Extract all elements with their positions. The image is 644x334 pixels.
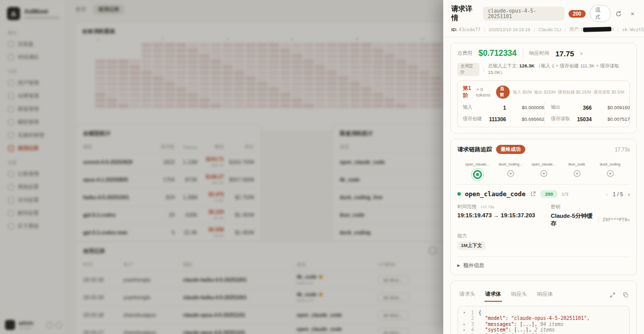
- heatmap-cell: [153, 70, 164, 75]
- heatmap-cell: [431, 81, 441, 86]
- heatmap-cell: [176, 98, 187, 103]
- table-cell: claude-opus-4-5-20251101: [183, 312, 297, 318]
- heatmap-cell: [292, 54, 302, 58]
- heatmap-cell: [188, 70, 198, 75]
- trace-node[interactable]: duck_coding: [597, 162, 623, 179]
- key-name: Claude-5分钟缓存: [551, 212, 594, 227]
- heatmap-cell: [165, 76, 175, 80]
- sidebar-user[interactable]: admin: [5, 320, 62, 330]
- heatmap-cell: [303, 104, 314, 108]
- table-row: 19:15:18yuanhongluclaude-haiku-4-5-20251…: [76, 288, 443, 306]
- heatmap-cell: [165, 59, 175, 64]
- close-icon[interactable]: ×: [629, 10, 636, 17]
- sidebar-item[interactable]: 令牌管理: [0, 90, 66, 103]
- tab-request-headers[interactable]: 请求头: [458, 288, 476, 302]
- sidebar-item[interactable]: 对话调试: [0, 51, 66, 64]
- sidebar-item[interactable]: 支付设置: [0, 194, 66, 207]
- collapse-triangle-icon: ▶: [457, 264, 460, 268]
- external-link-icon[interactable]: [529, 191, 536, 198]
- heatmap-cell: [419, 104, 430, 108]
- column-header: 单价: [224, 144, 254, 150]
- pager-prev-icon[interactable]: ‹: [606, 191, 608, 197]
- heatmap-cell: [303, 81, 314, 86]
- sidebar-item-label: 用户管理: [18, 79, 39, 87]
- trace-node[interactable]: open_claude...: [531, 162, 557, 179]
- api-key-chip[interactable]: sk-Wvz...: [378, 328, 409, 334]
- axis-tick-label: 6: [291, 37, 293, 41]
- fold-chevron-icon[interactable]: ▾: [462, 310, 467, 315]
- fold-chevron-icon[interactable]: ▸: [462, 321, 467, 327]
- tab-response-headers[interactable]: 响应头: [510, 288, 528, 302]
- trace-node[interactable]: duck_coding...: [498, 162, 524, 179]
- api-key-chip[interactable]: sk-Wvz...: [378, 275, 409, 285]
- trace-node[interactable]: open_claude...: [464, 162, 491, 179]
- table-cell: $243.71456.7K: [198, 156, 224, 168]
- heatmap-cell: [141, 76, 152, 80]
- sidebar-item[interactable]: 用户管理: [0, 76, 66, 90]
- code-line: ▾1{: [462, 310, 625, 315]
- tab-response-body[interactable]: 响应体: [536, 288, 554, 302]
- sidebar-item[interactable]: 邮件设置: [0, 207, 66, 220]
- heatmap-cell: [303, 93, 314, 97]
- fold-chevron-icon[interactable]: ▸: [462, 327, 467, 332]
- menu-item-icon: [8, 106, 14, 112]
- extra-info-toggle[interactable]: ▶ 额外信息: [457, 257, 630, 269]
- tab-request-body[interactable]: 请求体: [485, 288, 503, 302]
- heatmap-cell: [269, 70, 279, 75]
- sidebar-item[interactable]: 使用记录: [0, 142, 66, 155]
- pager-next-icon[interactable]: ›: [628, 191, 630, 197]
- refresh-icon[interactable]: [615, 10, 622, 17]
- sidebar-item[interactable]: 关于系统: [0, 220, 66, 233]
- expand-icon[interactable]: [609, 291, 616, 298]
- sidebar-item[interactable]: 渠道管理: [0, 103, 66, 116]
- table-cell: yuanhonglu: [123, 294, 183, 300]
- copy-icon[interactable]: [622, 291, 629, 298]
- sidebar-item[interactable]: 模型管理: [0, 116, 66, 129]
- heatmap-cell: [95, 81, 106, 86]
- logout-icon[interactable]: [56, 322, 62, 328]
- api-key-chip[interactable]: sk-Wvz...: [378, 310, 409, 320]
- heatmap-cell: [211, 87, 221, 92]
- heatmap-cell: [141, 81, 152, 86]
- heatmap-cell: [361, 48, 372, 53]
- heatmap-cell: [431, 98, 441, 103]
- brand: A AxMoor: [0, 0, 66, 25]
- redaction-scribble: [583, 27, 611, 32]
- breadcrumb-current[interactable]: 使用记录: [93, 5, 124, 15]
- sidebar-item[interactable]: 兑换码管理: [0, 129, 66, 142]
- heatmap-cell: [211, 81, 221, 86]
- table-row: haiku-4-5-202510018241.28M$3.47512.8K$2.…: [76, 188, 261, 206]
- heatmap-cell: [303, 54, 314, 58]
- heatmap-cell: [95, 93, 106, 97]
- theme-icon[interactable]: [46, 322, 53, 328]
- cell-value: $0.558: [198, 227, 224, 232]
- heatmap-cell: [95, 59, 106, 64]
- heatmap-cell: [303, 98, 314, 103]
- trace-node[interactable]: ikun_code: [564, 162, 590, 179]
- sidebar-section-header: 管理: [0, 64, 66, 76]
- heatmap-cell: [327, 87, 337, 92]
- heatmap-cell: [141, 70, 152, 75]
- trace-node-dot-icon: [576, 173, 578, 175]
- tier-name: 第1阶: [463, 85, 473, 99]
- heatmap-cell: [199, 59, 210, 64]
- key-masked-value: Z0F***PT0=: [603, 217, 630, 222]
- model-stats-card: 全模型统计模型请求数Tokens费用单价sonnet-4-5-202509291…: [75, 124, 262, 242]
- sidebar-item[interactable]: 公告管理: [0, 168, 66, 181]
- trace-node-label: open_claude...: [532, 162, 556, 166]
- heatmap-cell: [327, 104, 337, 108]
- heatmap-cell: [118, 104, 129, 108]
- sidebar-item[interactable]: 系统设置: [0, 181, 66, 194]
- cell-value: $148.27: [198, 174, 224, 180]
- heatmap-cell: [396, 104, 407, 108]
- api-key-chip[interactable]: sk-Wvz...: [378, 293, 409, 302]
- sidebar-item[interactable]: 仪表盘: [0, 38, 66, 51]
- table-cell: 872K: [175, 177, 197, 183]
- filter-icon[interactable]: [429, 247, 436, 254]
- heatmap-cell: [373, 87, 383, 92]
- breadcrumb-home[interactable]: 首页: [75, 6, 86, 13]
- axis-tick-label: 8: [356, 37, 358, 41]
- heatmap-cell: [176, 76, 187, 80]
- column-header: 请求数: [154, 144, 175, 150]
- heatmap-cell: [419, 65, 430, 69]
